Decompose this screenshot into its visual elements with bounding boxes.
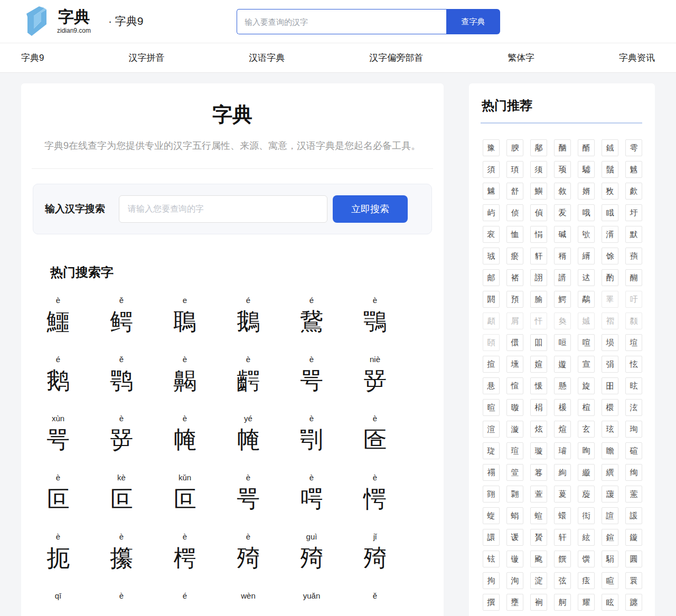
recommend-char[interactable]: 邮 xyxy=(483,269,500,286)
recommend-char[interactable]: 蜎 xyxy=(506,507,523,524)
hot-char-cell[interactable]: è鱷 xyxy=(26,288,90,347)
recommend-char[interactable]: 顼 xyxy=(554,161,571,178)
recommend-char[interactable]: 楥 xyxy=(554,399,571,416)
recommend-char[interactable]: 懸 xyxy=(554,377,571,394)
nav-item-1[interactable]: 字典9 xyxy=(21,52,44,64)
recommend-char[interactable]: 煊 xyxy=(554,421,571,438)
search-now-button[interactable]: 立即搜索 xyxy=(333,195,408,223)
recommend-char[interactable]: 镟 xyxy=(506,551,523,567)
recommend-char[interactable]: 詡 xyxy=(530,269,547,286)
recommend-char[interactable]: 珬 xyxy=(483,248,500,264)
recommend-char[interactable]: 愃 xyxy=(506,377,523,394)
recommend-char[interactable]: 奐 xyxy=(554,312,571,329)
nav-item-3[interactable]: 汉语字典 xyxy=(249,52,285,64)
recommend-char[interactable]: 魖 xyxy=(483,183,500,200)
recommend-char[interactable]: 圓 xyxy=(625,551,642,567)
recommend-char[interactable]: 哦 xyxy=(578,204,595,221)
recommend-char[interactable]: 眩 xyxy=(602,594,618,611)
recommend-char[interactable]: 歔 xyxy=(625,183,642,200)
recommend-char[interactable]: 吁 xyxy=(625,291,642,308)
recommend-char[interactable]: 豻 xyxy=(530,248,547,264)
recommend-char[interactable]: 瞻 xyxy=(602,442,618,459)
hot-char-cell[interactable]: ě鹗 xyxy=(90,347,153,406)
recommend-char[interactable]: 豫 xyxy=(483,139,500,156)
recommend-char[interactable]: 頊 xyxy=(506,161,523,178)
recommend-char[interactable]: 拘 xyxy=(483,572,500,589)
recommend-char[interactable]: 屑 xyxy=(506,312,523,329)
recommend-char[interactable]: 玹 xyxy=(602,421,618,438)
recommend-char[interactable]: 饌 xyxy=(554,551,571,567)
hot-char-cell[interactable]: è鶚 xyxy=(343,288,407,347)
header-search-button[interactable]: 查字典 xyxy=(446,9,500,34)
hot-char-cell[interactable]: é鵞 xyxy=(280,288,343,347)
recommend-char[interactable]: 鷸 xyxy=(578,291,595,308)
recommend-char[interactable]: 預 xyxy=(506,291,523,308)
hot-char-cell[interactable]: e鵈 xyxy=(153,288,217,347)
recommend-char[interactable]: 恤 xyxy=(506,226,523,243)
char-search-input[interactable] xyxy=(119,195,327,223)
recommend-char[interactable]: 昡 xyxy=(625,377,642,394)
recommend-char[interactable]: 弦 xyxy=(554,572,571,589)
recommend-char[interactable]: 魊 xyxy=(625,161,642,178)
recommend-char[interactable]: 繏 xyxy=(602,464,618,481)
recommend-char[interactable]: 吅 xyxy=(530,334,547,351)
recommend-char[interactable]: 颴 xyxy=(530,551,547,567)
recommend-char[interactable]: 梋 xyxy=(530,399,547,416)
recommend-char[interactable]: 絢 xyxy=(554,464,571,481)
recommend-char[interactable]: 碱 xyxy=(554,226,571,243)
recommend-char[interactable]: 炫 xyxy=(530,421,547,438)
nav-item-4[interactable]: 汉字偏旁部首 xyxy=(369,52,423,64)
recommend-char[interactable]: 弲 xyxy=(602,356,618,373)
recommend-char[interactable]: 咺 xyxy=(554,334,571,351)
recommend-char[interactable]: 昍 xyxy=(602,377,618,394)
recommend-char[interactable]: 眴 xyxy=(578,442,595,459)
recommend-char[interactable]: 檈 xyxy=(602,399,618,416)
recommend-char[interactable]: 醐 xyxy=(625,269,642,286)
nav-item-2[interactable]: 汉字拼音 xyxy=(128,52,164,64)
recommend-char[interactable]: 谖 xyxy=(506,529,523,546)
recommend-char[interactable]: 敄 xyxy=(602,183,618,200)
recommend-char[interactable]: 楦 xyxy=(578,399,595,416)
hot-char-cell[interactable]: guì㱦 xyxy=(280,525,343,584)
recommend-char[interactable]: 叐 xyxy=(554,204,571,221)
recommend-char[interactable]: 婿 xyxy=(578,183,595,200)
hot-char-cell[interactable]: è㮙 xyxy=(153,525,217,584)
recommend-char[interactable]: 翾 xyxy=(506,486,523,503)
recommend-char[interactable]: 驉 xyxy=(578,161,595,178)
recommend-char[interactable]: 珣 xyxy=(625,421,642,438)
recommend-char[interactable]: 圩 xyxy=(625,204,642,221)
recommend-char[interactable]: 稰 xyxy=(554,248,571,264)
recommend-char[interactable]: 縃 xyxy=(578,248,595,264)
recommend-char[interactable]: 箮 xyxy=(506,464,523,481)
recommend-char[interactable]: 萱 xyxy=(530,486,547,503)
recommend-char[interactable]: 渲 xyxy=(483,421,500,438)
recommend-char[interactable]: 偵 xyxy=(530,204,547,221)
hot-char-cell[interactable]: kè叵 xyxy=(90,466,153,525)
recommend-char[interactable]: 轩 xyxy=(554,529,571,546)
recommend-char[interactable]: 暄 xyxy=(483,399,500,416)
hot-char-cell[interactable]: jǐ㱦 xyxy=(343,525,407,584)
recommend-char[interactable]: 嫙 xyxy=(554,356,571,373)
recommend-char[interactable]: 颣 xyxy=(625,312,642,329)
recommend-char[interactable]: 鬚 xyxy=(602,161,618,178)
recommend-char[interactable]: 揎 xyxy=(483,356,500,373)
hot-char-cell[interactable]: xùn咢 xyxy=(26,406,90,466)
recommend-char[interactable]: 蔙 xyxy=(578,486,595,503)
recommend-char[interactable]: 舸 xyxy=(554,594,571,611)
recommend-char[interactable]: 諠 xyxy=(602,507,618,524)
recommend-char[interactable]: 碹 xyxy=(625,442,642,459)
recommend-char[interactable]: 瑄 xyxy=(506,442,523,459)
recommend-char[interactable]: 馔 xyxy=(578,551,595,567)
recommend-char[interactable]: 諝 xyxy=(554,269,571,286)
hot-char-cell[interactable]: ě鳄 xyxy=(90,288,153,347)
hot-char-cell[interactable]: è咢 xyxy=(217,466,280,525)
recommend-char[interactable]: 篹 xyxy=(530,464,547,481)
recommend-char[interactable]: 洵 xyxy=(506,572,523,589)
recommend-char[interactable]: 敘 xyxy=(554,183,571,200)
recommend-char[interactable]: 鱮 xyxy=(530,183,547,200)
recommend-char[interactable]: 譞 xyxy=(483,529,500,546)
recommend-char[interactable]: 頣 xyxy=(483,334,500,351)
recommend-char[interactable]: 衮 xyxy=(483,226,500,243)
recommend-char[interactable]: 鄅 xyxy=(530,139,547,156)
recommend-char[interactable]: 宣 xyxy=(578,356,595,373)
